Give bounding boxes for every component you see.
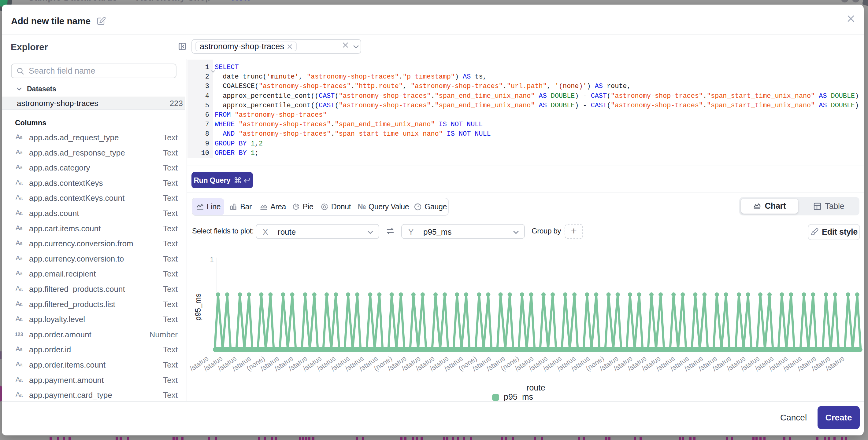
svg-text:1: 1 bbox=[210, 256, 214, 264]
svg-text:p95_ms: p95_ms bbox=[194, 294, 202, 321]
svg-text:p95_ms: p95_ms bbox=[504, 392, 533, 401]
svg-text:route: route bbox=[526, 383, 545, 392]
